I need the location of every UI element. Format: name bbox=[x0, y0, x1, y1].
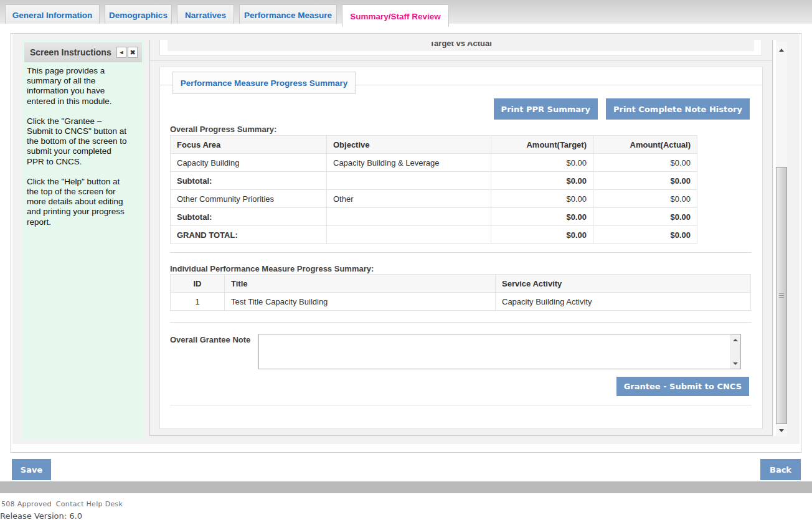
textarea-scrollbar bbox=[730, 334, 740, 369]
table-cell: Subtotal: bbox=[171, 208, 327, 226]
close-panel-button[interactable]: ✖ bbox=[128, 47, 138, 58]
table-row: Subtotal:$0.00$0.00 bbox=[171, 208, 697, 226]
collapse-panel-button[interactable]: ◄ bbox=[116, 47, 126, 58]
tab-narratives[interactable]: Narratives bbox=[177, 4, 234, 24]
table-cell: Capacity Building bbox=[171, 154, 327, 172]
scrollbar-grip-icon bbox=[779, 293, 784, 298]
scroll-down-icon bbox=[733, 362, 738, 365]
table-body: Capacity BuildingCapacity Building & Lev… bbox=[171, 154, 697, 244]
table-cell: $0.00 bbox=[593, 172, 697, 190]
target-vs-actual-header: Target vs Actual bbox=[168, 40, 754, 51]
table-cell bbox=[327, 172, 491, 190]
module-tab-bar: General Information Demographics Narrati… bbox=[0, 0, 812, 24]
table-row: Capacity BuildingCapacity Building & Lev… bbox=[171, 154, 697, 172]
table-cell: $0.00 bbox=[491, 208, 593, 226]
table-cell: Test Title Capacity Building bbox=[225, 293, 496, 311]
scrollbar-down-button[interactable] bbox=[776, 424, 787, 437]
back-button[interactable]: Back bbox=[760, 459, 801, 480]
column-header: Service Activity bbox=[496, 275, 751, 293]
overall-grantee-note-label: Overall Grantee Note bbox=[170, 335, 250, 344]
table-row: 1Test Title Capacity BuildingCapacity Bu… bbox=[171, 293, 751, 311]
footer-link-508-approved[interactable]: 508 Approved bbox=[1, 500, 52, 508]
target-vs-actual-section: Target vs Actual bbox=[159, 40, 762, 55]
table-row: Other Community PrioritiesOther$0.00$0.0… bbox=[171, 190, 697, 208]
tab-demographics[interactable]: Demographics bbox=[105, 4, 172, 24]
table-head: Focus AreaObjectiveAmount(Target)Amount(… bbox=[171, 136, 697, 154]
table-row: Subtotal:$0.00$0.00 bbox=[171, 172, 697, 190]
tab-general-information[interactable]: General Information bbox=[5, 4, 100, 24]
table-row: GRAND TOTAL:$0.00$0.00 bbox=[171, 226, 697, 244]
textarea-scroll-up-button[interactable] bbox=[730, 334, 740, 345]
table-cell: GRAND TOTAL: bbox=[171, 226, 327, 244]
table-cell: $0.00 bbox=[491, 190, 593, 208]
column-header: Amount(Target) bbox=[491, 136, 593, 154]
table-cell: $0.00 bbox=[593, 154, 697, 172]
table-body: 1Test Title Capacity BuildingCapacity Bu… bbox=[171, 293, 751, 311]
individual-summary-label: Individual Performance Measure Progress … bbox=[170, 264, 374, 273]
instructions-paragraph: This page provides a summary of all the … bbox=[27, 66, 129, 106]
table-cell: 1 bbox=[171, 293, 225, 311]
progress-summary-section: Performance Measure Progress Summary Pri… bbox=[159, 67, 763, 429]
table-cell bbox=[327, 226, 491, 244]
column-header: Amount(Actual) bbox=[593, 136, 697, 154]
column-header: Focus Area bbox=[171, 136, 327, 154]
table-cell: Subtotal: bbox=[171, 172, 327, 190]
instructions-paragraph: Click the "Grantee – Submit to CNCS" but… bbox=[27, 116, 129, 167]
divider bbox=[170, 252, 752, 253]
scrollbar-up-icon bbox=[779, 49, 784, 52]
overall-progress-summary-label: Overall Progress Summary: bbox=[170, 125, 276, 134]
grantee-submit-to-cncs-button[interactable]: Grantee - Submit to CNCS bbox=[616, 377, 749, 396]
tab-summary-staff-review[interactable]: Summary/Staff Review bbox=[342, 4, 449, 27]
table-cell bbox=[327, 208, 491, 226]
column-header: Title bbox=[225, 275, 496, 293]
screen-instructions-header: Screen Instructions ◄ ✖ bbox=[24, 42, 142, 62]
table-cell: Other bbox=[327, 190, 491, 208]
table-header-row: Focus AreaObjectiveAmount(Target)Amount(… bbox=[171, 136, 697, 154]
target-vs-actual-title: Target vs Actual bbox=[430, 40, 492, 51]
vertical-scrollbar[interactable] bbox=[776, 42, 787, 437]
instructions-paragraph: Click the "Help" button at the top of th… bbox=[27, 177, 129, 227]
print-ppr-summary-button[interactable]: Print PPR Summary bbox=[494, 98, 598, 120]
overall-grantee-note-textarea[interactable] bbox=[258, 334, 741, 369]
print-buttons-row: Print PPR Summary Print Complete Note Hi… bbox=[170, 98, 750, 120]
table-cell: $0.00 bbox=[593, 226, 697, 244]
scrollbar-down-icon bbox=[779, 429, 784, 432]
save-button[interactable]: Save bbox=[12, 459, 51, 480]
table-cell: Capacity Building Activity bbox=[496, 293, 751, 311]
divider bbox=[170, 405, 752, 405]
scrollbar-up-button[interactable] bbox=[776, 42, 787, 54]
footer-separator-bar bbox=[0, 481, 812, 493]
table-cell: $0.00 bbox=[491, 154, 593, 172]
screen-instructions-title: Screen Instructions bbox=[24, 47, 111, 57]
column-header: Objective bbox=[327, 136, 491, 154]
tab-performance-measure[interactable]: Performance Measure bbox=[239, 4, 337, 24]
screen-instructions-panel: Screen Instructions ◄ ✖ This page provid… bbox=[22, 40, 144, 440]
table-cell: Other Community Priorities bbox=[171, 190, 327, 208]
collapse-left-icon: ◄ bbox=[119, 49, 125, 55]
subtab-performance-measure-progress-summary[interactable]: Performance Measure Progress Summary bbox=[172, 72, 356, 94]
table-cell: $0.00 bbox=[593, 208, 697, 226]
scroll-up-icon bbox=[733, 339, 738, 341]
column-header: ID bbox=[171, 275, 225, 293]
screen-instructions-text: This page provides a summary of all the … bbox=[27, 66, 129, 237]
print-complete-note-history-button[interactable]: Print Complete Note History bbox=[606, 98, 750, 120]
table-cell: $0.00 bbox=[491, 226, 593, 244]
page: General Information Demographics Narrati… bbox=[0, 0, 812, 520]
textarea-scroll-down-button[interactable] bbox=[730, 358, 740, 369]
individual-summary-table: IDTitleService Activity1Test Title Capac… bbox=[170, 274, 751, 311]
table-header-row: IDTitleService Activity bbox=[171, 275, 751, 293]
summary-scroll-pane: Target vs Actual Performance Measure Pro… bbox=[149, 40, 773, 436]
table-head: IDTitleService Activity bbox=[171, 275, 751, 293]
footer-links: 508 ApprovedContact Help Desk bbox=[1, 500, 127, 508]
scrollbar-thumb[interactable] bbox=[776, 167, 787, 424]
table-cell: $0.00 bbox=[491, 172, 593, 190]
close-icon: ✖ bbox=[130, 49, 135, 57]
footer-link-contact-help-desk[interactable]: Contact Help Desk bbox=[56, 500, 123, 508]
divider bbox=[170, 322, 752, 323]
section-divider bbox=[150, 60, 772, 61]
table-cell: Capacity Building & Leverage bbox=[327, 154, 491, 172]
table-cell: $0.00 bbox=[593, 190, 697, 208]
overall-progress-summary-table: Focus AreaObjectiveAmount(Target)Amount(… bbox=[170, 135, 697, 244]
release-version: Release Version: 6.0 bbox=[0, 511, 82, 520]
